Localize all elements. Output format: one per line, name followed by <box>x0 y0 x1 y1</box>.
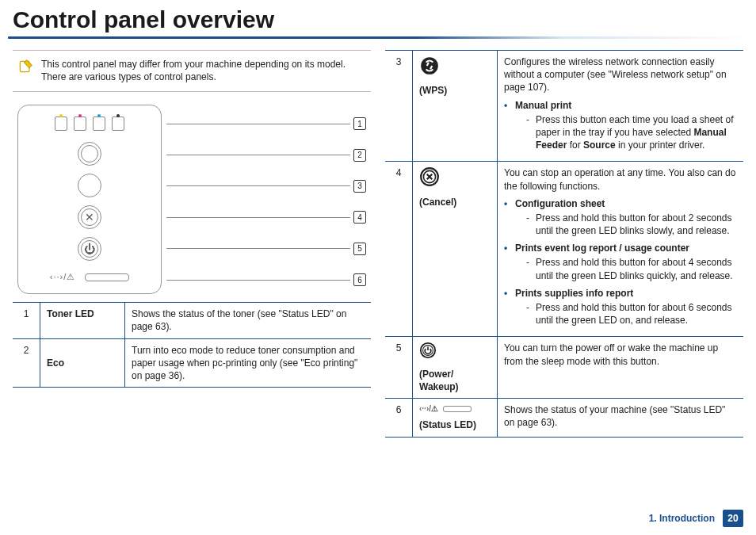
feature-sub: Press this button each time you load a s… <box>515 113 737 152</box>
callout-4: 4 <box>353 211 366 224</box>
row-index: 2 <box>13 338 40 388</box>
status-led-row: ‹··›/⚠ <box>26 272 153 282</box>
wps-button-icon <box>78 174 101 197</box>
page-number: 20 <box>723 510 743 527</box>
note-text: This control panel may differ from your … <box>41 59 366 83</box>
table-row: 2 Eco Turn into eco mode to reduce toner… <box>13 338 371 388</box>
status-glyphs: ‹··›/⚠ <box>50 272 76 282</box>
feature-sub: Press and hold this button for about 6 s… <box>515 301 737 327</box>
page-title: Control panel overview <box>0 0 756 36</box>
status-led-icon: ‹··›/⚠ <box>419 403 491 415</box>
table-row: 3 (WPS) Configures the wireless network … <box>385 51 743 162</box>
toner-led-black <box>112 117 124 131</box>
row-index: 6 <box>385 398 413 437</box>
feature-title: Manual print <box>515 100 571 111</box>
toner-led-yellow <box>55 117 67 131</box>
row-label: (WPS) <box>413 51 498 162</box>
left-description-table: 1 Toner LED Shows the status of the tone… <box>13 302 371 388</box>
feature-sub: Press and hold this button for about 2 s… <box>515 212 737 237</box>
power-button-icon: ⏻ <box>78 237 101 261</box>
status-led-bar <box>85 273 129 281</box>
note-icon <box>17 59 33 73</box>
chapter-label: 1. Introduction <box>649 513 715 524</box>
feature-title: Configuration sheet <box>515 198 605 209</box>
row-index: 3 <box>385 51 413 162</box>
table-row: 5 (Power/ Wakeup) You can turn the power… <box>385 337 743 399</box>
toner-led-cyan <box>93 117 105 131</box>
right-column: 3 (WPS) Configures the wireless network … <box>385 50 743 438</box>
callout-6: 6 <box>353 273 366 286</box>
callout-2: 2 <box>353 149 366 162</box>
feature-title: Prints supplies info report <box>515 288 633 299</box>
left-column: This control panel may differ from your … <box>13 50 371 438</box>
power-icon <box>419 342 491 362</box>
panel-frame: ✕ ⏻ ‹··›/⚠ <box>17 105 162 294</box>
control-panel-diagram: ✕ ⏻ ‹··›/⚠ 1 2 3 4 5 6 <box>13 101 371 302</box>
wps-icon <box>419 55 491 79</box>
toner-led-row <box>55 117 124 131</box>
table-row: 6 ‹··›/⚠ (Status LED) Shows the status o… <box>385 398 743 437</box>
row-index: 5 <box>385 337 413 399</box>
row-label: Toner LED <box>40 303 125 338</box>
callout-5: 5 <box>353 243 366 255</box>
note-box: This control panel may differ from your … <box>13 50 371 92</box>
page-footer: 1. Introduction 20 <box>649 510 743 527</box>
row-body: Shows the status of the toner (see "Stat… <box>125 303 372 338</box>
title-rule <box>8 36 748 39</box>
row-label: Eco <box>40 338 125 388</box>
row-body: You can stop an operation at any time. Y… <box>498 162 744 337</box>
table-row: 1 Toner LED Shows the status of the tone… <box>13 303 371 338</box>
row-label: (Cancel) <box>413 162 498 337</box>
toner-led-magenta <box>74 117 86 131</box>
feature-sub: Press and hold this button for about 4 s… <box>515 256 737 281</box>
svg-point-1 <box>421 57 438 75</box>
cancel-button-icon: ✕ <box>78 205 101 229</box>
row-label: (Power/ Wakeup) <box>413 337 498 399</box>
right-description-table: 3 (WPS) Configures the wireless network … <box>385 50 743 438</box>
row-body: You can turn the power off or wake the m… <box>498 337 744 399</box>
callout-1: 1 <box>353 117 366 130</box>
cancel-icon <box>419 166 491 190</box>
row-index: 4 <box>385 162 413 337</box>
callout-3: 3 <box>353 180 366 193</box>
callout-leaders: 1 2 3 4 5 6 <box>166 105 366 294</box>
row-body: Configures the wireless network connecti… <box>498 51 744 162</box>
two-column-layout: This control panel may differ from your … <box>0 50 756 438</box>
eco-button-icon <box>78 142 101 166</box>
row-label: ‹··›/⚠ (Status LED) <box>413 398 498 437</box>
row-body: Turn into eco mode to reduce toner consu… <box>125 338 372 388</box>
row-body: Shows the status of your machine (see "S… <box>498 398 744 437</box>
table-row: 4 (Cancel) You can stop an operation at … <box>385 162 743 337</box>
row-index: 1 <box>13 303 40 338</box>
feature-title: Prints event log report / usage counter <box>515 243 689 254</box>
